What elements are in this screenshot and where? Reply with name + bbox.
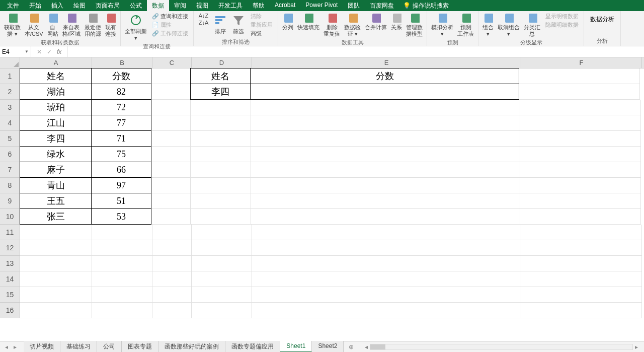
row-header[interactable]: 1 (0, 68, 20, 84)
cell[interactable] (92, 256, 152, 271)
ribbon-button[interactable]: 数据验 证 ▾ (342, 12, 363, 38)
menu-tab[interactable]: Acrobat (270, 0, 300, 12)
ribbon-button[interactable]: 分类汇 总 (522, 12, 542, 38)
cell[interactable] (251, 115, 520, 131)
cells-area[interactable]: 姓名分数姓名分数湖泊82李四琥珀72江山77李四71绿水75麻子66青山97王五… (20, 68, 644, 329)
cell[interactable] (519, 68, 640, 84)
ribbon-button[interactable]: 自 网站 (45, 12, 60, 38)
cell[interactable]: 江山 (20, 115, 92, 131)
cell[interactable] (521, 256, 642, 271)
sheet-tab[interactable]: Sheet1 (280, 341, 312, 352)
data-analysis-button[interactable]: 数据分析 (586, 12, 618, 27)
ribbon-button[interactable]: 获取数 据 ▾ (2, 12, 23, 38)
ribbon-button[interactable]: 从文 本/CSV (23, 12, 45, 38)
cell[interactable] (151, 147, 191, 162)
sheet-tab[interactable]: 基础练习 (60, 341, 97, 352)
cell[interactable] (251, 100, 520, 115)
cell[interactable] (151, 193, 191, 209)
menu-tab[interactable]: 文件 (2, 0, 24, 12)
row-header[interactable]: 4 (0, 115, 20, 131)
tell-me-search[interactable]: 💡 操作说明搜索 (403, 2, 449, 10)
cell[interactable] (521, 240, 642, 256)
cell[interactable]: 姓名 (190, 68, 251, 84)
queries-connections-button[interactable]: 🔗查询和连接 (149, 12, 191, 21)
row-header[interactable]: 12 (0, 240, 20, 256)
cell[interactable] (521, 271, 642, 287)
ribbon-button[interactable]: 分列 (280, 12, 295, 32)
advanced-filter-button[interactable]: 高级 (248, 29, 276, 38)
cell[interactable]: 李四 (190, 84, 251, 100)
cell[interactable] (152, 256, 192, 271)
row-header[interactable]: 13 (0, 256, 20, 271)
cell[interactable] (252, 256, 521, 271)
sheet-tab[interactable]: Sheet2 (312, 341, 344, 352)
menu-tab[interactable]: 帮助 (248, 0, 270, 12)
cell[interactable] (151, 131, 191, 147)
column-header[interactable]: F (521, 57, 642, 68)
cell[interactable]: 王五 (20, 193, 92, 209)
cell[interactable] (191, 100, 251, 115)
sheet-tab[interactable]: 函数那些好玩的案例 (158, 341, 225, 352)
column-header[interactable]: B (92, 57, 152, 68)
cell[interactable] (192, 225, 252, 240)
cell[interactable] (151, 178, 191, 193)
menu-tab[interactable]: 百度网盘 (365, 0, 399, 12)
cell[interactable] (251, 178, 520, 193)
scroll-left-icon[interactable]: ◂ (363, 343, 370, 350)
cell[interactable]: 姓名 (20, 68, 92, 84)
menu-tab[interactable]: 团队 (343, 0, 365, 12)
row-header[interactable]: 16 (0, 303, 20, 318)
cell[interactable] (152, 287, 192, 303)
cell[interactable] (192, 240, 252, 256)
cell[interactable] (191, 162, 251, 178)
cell[interactable] (20, 303, 92, 318)
cell[interactable] (20, 240, 92, 256)
cell[interactable]: 72 (91, 99, 151, 115)
ribbon-button[interactable]: 取消组合 ▾ (496, 12, 522, 38)
cell[interactable] (251, 193, 520, 209)
cell[interactable]: 绿水 (20, 146, 92, 162)
cell[interactable]: 53 (91, 208, 151, 225)
cell[interactable] (151, 68, 191, 84)
cell[interactable] (251, 209, 520, 225)
row-header[interactable]: 9 (0, 193, 20, 209)
cell[interactable] (92, 303, 152, 318)
row-header[interactable]: 2 (0, 84, 20, 100)
cell[interactable]: 51 (91, 193, 151, 209)
row-header[interactable]: 14 (0, 271, 20, 287)
ribbon-button[interactable]: 预测 工作表 (455, 12, 476, 38)
cell[interactable] (520, 115, 641, 131)
menu-tab[interactable]: 数据 (147, 0, 169, 12)
cell[interactable]: 张三 (20, 208, 92, 225)
cell[interactable] (251, 147, 520, 162)
cell[interactable] (520, 131, 641, 147)
ribbon-button[interactable]: 现有 连接 (103, 12, 118, 38)
cell[interactable] (151, 84, 191, 100)
cell[interactable]: 青山 (20, 177, 92, 193)
cell[interactable]: 李四 (20, 130, 92, 147)
cell[interactable] (151, 115, 191, 131)
cell[interactable] (250, 84, 519, 100)
row-header[interactable]: 15 (0, 287, 20, 303)
cell[interactable] (20, 225, 92, 240)
cell[interactable] (191, 115, 251, 131)
ribbon-button[interactable]: 模拟分析 ▾ (429, 12, 455, 38)
menu-tab[interactable]: 开发工具 (213, 0, 248, 12)
menu-tab[interactable]: 公式 (125, 0, 147, 12)
cell[interactable]: 71 (91, 130, 151, 147)
ribbon-button[interactable]: 最近使 用的源 (83, 12, 103, 38)
column-header[interactable]: E (252, 57, 521, 68)
cell[interactable] (191, 209, 251, 225)
cell[interactable]: 66 (91, 162, 151, 178)
cell[interactable] (191, 193, 251, 209)
cell[interactable] (151, 209, 191, 225)
menu-tab[interactable]: 审阅 (169, 0, 191, 12)
name-box[interactable]: E4 ▼ (0, 46, 31, 57)
column-header[interactable]: D (192, 57, 252, 68)
cell[interactable] (20, 256, 92, 271)
sort-asc-button[interactable]: A↓Z (196, 12, 212, 19)
scroll-right-icon[interactable]: ▸ (633, 343, 640, 350)
fx-icon[interactable]: fx (57, 48, 61, 55)
select-all-corner[interactable] (0, 57, 20, 68)
cell[interactable] (520, 162, 641, 178)
